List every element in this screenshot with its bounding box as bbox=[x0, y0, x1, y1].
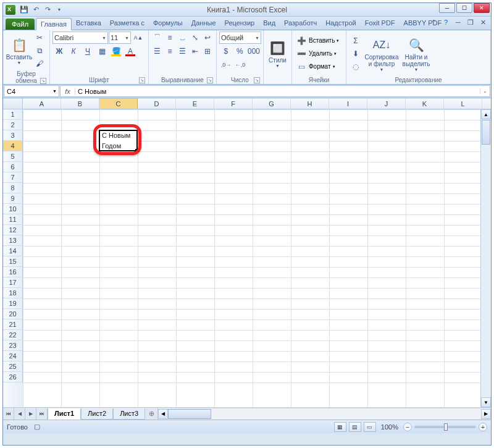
vertical-scrollbar[interactable]: ▲ ▼ bbox=[480, 109, 491, 407]
name-box-input[interactable] bbox=[4, 88, 41, 95]
fill-icon[interactable]: ⬇ bbox=[349, 48, 362, 60]
font-size-combo[interactable]: 11▼ bbox=[109, 32, 131, 44]
row-header[interactable]: 19 bbox=[3, 298, 23, 309]
doc-restore-icon[interactable]: ❐ bbox=[466, 18, 475, 27]
scroll-up-icon[interactable]: ▲ bbox=[481, 109, 491, 119]
ribbon-tab-5[interactable]: Рецензир bbox=[220, 17, 259, 30]
row-header[interactable]: 8 bbox=[3, 183, 23, 193]
row-header[interactable]: 13 bbox=[3, 235, 23, 246]
insert-cells-button[interactable]: ➕Вставить▾ bbox=[295, 35, 343, 47]
underline-button[interactable]: Ч bbox=[81, 45, 94, 57]
row-header[interactable]: 4 bbox=[3, 141, 23, 151]
undo-icon[interactable]: ↶ bbox=[31, 5, 41, 15]
row-header[interactable]: 14 bbox=[3, 246, 23, 256]
ribbon-tab-6[interactable]: Вид bbox=[259, 17, 280, 30]
row-header[interactable]: 15 bbox=[3, 256, 23, 267]
align-right-icon[interactable]: ☰ bbox=[177, 45, 188, 57]
column-header[interactable]: G bbox=[253, 98, 291, 109]
row-header[interactable]: 21 bbox=[3, 319, 23, 330]
zoom-out-icon[interactable]: − bbox=[403, 423, 412, 431]
doc-close-icon[interactable]: ✕ bbox=[479, 18, 487, 27]
column-header[interactable]: J bbox=[367, 98, 406, 109]
sort-filter-button[interactable]: AZ↓ Сортировка и фильтр ▼ bbox=[364, 32, 400, 76]
format-painter-icon[interactable]: 🖌 bbox=[33, 57, 46, 70]
clear-icon[interactable]: ◌ bbox=[349, 61, 362, 73]
column-header[interactable]: L bbox=[444, 98, 482, 109]
border-icon[interactable]: ▦ bbox=[95, 45, 109, 57]
close-button[interactable]: ✕ bbox=[474, 3, 490, 13]
ribbon-tab-4[interactable]: Данные bbox=[187, 17, 220, 30]
minimize-ribbon-icon[interactable]: ⌃ bbox=[429, 18, 438, 27]
merge-icon[interactable]: ⊞ bbox=[202, 45, 214, 57]
row-header[interactable]: 6 bbox=[3, 162, 23, 172]
copy-icon[interactable]: ⧉ bbox=[33, 44, 46, 57]
ribbon-tab-7[interactable]: Разработч bbox=[280, 17, 321, 30]
sheet-nav-next-icon[interactable]: ▶ bbox=[25, 408, 36, 420]
row-header[interactable]: 7 bbox=[3, 172, 23, 183]
increase-decimal-icon[interactable]: ,0→ bbox=[219, 59, 233, 71]
row-header[interactable]: 11 bbox=[3, 214, 23, 225]
row-header[interactable]: 26 bbox=[3, 372, 23, 382]
page-layout-view-icon[interactable]: ▤ bbox=[349, 422, 361, 432]
zoom-slider[interactable] bbox=[414, 426, 476, 428]
row-header[interactable]: 16 bbox=[3, 267, 23, 277]
redo-icon[interactable]: ↷ bbox=[43, 5, 52, 15]
doc-minimize-icon[interactable]: ─ bbox=[454, 18, 463, 27]
row-header[interactable]: 24 bbox=[3, 351, 23, 361]
file-tab[interactable]: Файл bbox=[6, 19, 35, 30]
help-icon[interactable]: ? bbox=[442, 18, 450, 27]
fill-color-icon[interactable]: 🪣 bbox=[109, 45, 123, 57]
hscroll-thumb[interactable] bbox=[168, 409, 211, 419]
cut-icon[interactable]: ✂ bbox=[33, 32, 46, 44]
align-middle-icon[interactable]: ≡ bbox=[164, 32, 175, 44]
find-select-button[interactable]: 🔍 Найти и выделить ▼ bbox=[400, 32, 433, 76]
align-left-icon[interactable]: ☰ bbox=[151, 45, 163, 57]
number-format-combo[interactable]: Общий▼ bbox=[219, 32, 261, 44]
horizontal-scrollbar[interactable]: ◀ ▶ bbox=[157, 408, 491, 420]
maximize-button[interactable]: ☐ bbox=[456, 3, 472, 13]
format-cells-button[interactable]: ▭Формат▾ bbox=[295, 61, 343, 73]
normal-view-icon[interactable]: ▦ bbox=[334, 422, 346, 432]
insert-sheet-icon[interactable]: ⊕ bbox=[145, 408, 157, 420]
ribbon-tab-2[interactable]: Разметка с bbox=[106, 17, 149, 30]
italic-button[interactable]: К bbox=[67, 45, 80, 57]
ribbon-tab-0[interactable]: Главная bbox=[36, 18, 72, 30]
column-header[interactable]: F bbox=[214, 98, 253, 109]
row-header[interactable]: 23 bbox=[3, 340, 23, 351]
delete-cells-button[interactable]: ➖Удалить▾ bbox=[295, 48, 343, 60]
ribbon-tab-1[interactable]: Вставка bbox=[72, 17, 106, 30]
row-header[interactable]: 9 bbox=[3, 193, 23, 204]
column-header[interactable]: K bbox=[406, 98, 444, 109]
row-header[interactable]: 5 bbox=[3, 151, 23, 162]
row-header[interactable]: 17 bbox=[3, 277, 23, 288]
font-color-icon[interactable]: A bbox=[124, 45, 137, 57]
ribbon-tab-8[interactable]: Надстрой bbox=[321, 17, 360, 30]
column-header[interactable]: A bbox=[23, 98, 61, 109]
bold-button[interactable]: Ж bbox=[52, 45, 66, 57]
macro-record-icon[interactable]: ▢ bbox=[34, 423, 40, 431]
grow-font-icon[interactable]: A▲ bbox=[132, 32, 145, 44]
column-header[interactable]: C bbox=[99, 98, 138, 109]
ribbon-tab-3[interactable]: Формулы bbox=[149, 17, 187, 30]
column-header[interactable]: B bbox=[61, 98, 99, 109]
orientation-icon[interactable]: ⤡ bbox=[189, 32, 201, 44]
sheet-tab[interactable]: Лист2 bbox=[81, 408, 113, 420]
number-launcher[interactable]: ↘ bbox=[254, 77, 260, 83]
row-header[interactable]: 2 bbox=[3, 120, 23, 130]
sheet-nav-first-icon[interactable]: ⏮ bbox=[3, 408, 14, 420]
clipboard-launcher[interactable]: ↘ bbox=[40, 78, 46, 84]
autosum-icon[interactable]: Σ bbox=[349, 35, 362, 47]
align-center-icon[interactable]: ≡ bbox=[164, 45, 175, 57]
comma-icon[interactable]: 000 bbox=[247, 45, 261, 57]
currency-icon[interactable]: $ bbox=[219, 45, 233, 57]
row-header[interactable]: 1 bbox=[3, 109, 23, 120]
alignment-launcher[interactable]: ↘ bbox=[207, 77, 213, 83]
paste-button[interactable]: 📋 Вставить ▼ bbox=[6, 32, 33, 70]
formula-expand-icon[interactable]: ⌄ bbox=[480, 88, 490, 94]
zoom-percent[interactable]: 100% bbox=[381, 423, 398, 431]
qat-customize-icon[interactable]: ▼ bbox=[54, 5, 64, 15]
page-break-view-icon[interactable]: ▭ bbox=[364, 422, 376, 432]
sheet-tab[interactable]: Лист3 bbox=[113, 408, 145, 420]
minimize-button[interactable]: ─ bbox=[439, 3, 455, 13]
column-header[interactable]: I bbox=[329, 98, 367, 109]
